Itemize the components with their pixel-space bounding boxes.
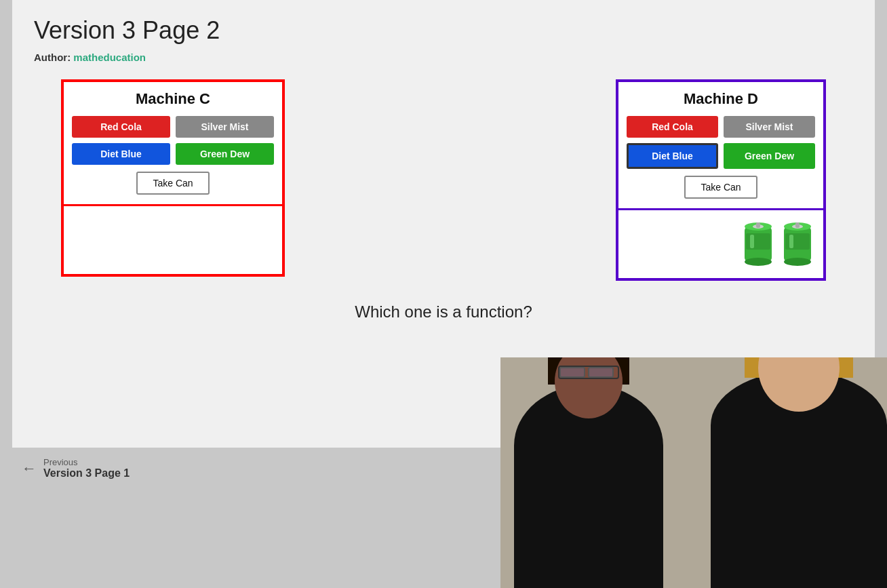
prev-page-label: Version 3 Page 1 [43,467,130,479]
machine-d-box: Machine D Red Cola Silver Mist Diet Blue… [616,79,826,281]
prev-nav-labels: Previous Version 3 Page 1 [43,457,130,479]
person-right-head [758,357,840,412]
machine-d-take-can-button[interactable]: Take Can [684,176,757,199]
machine-d-red-cola-button[interactable]: Red Cola [627,116,718,138]
machine-c-bottom [64,206,282,274]
svg-rect-13 [795,222,800,228]
machine-c-take-can-wrapper: Take Can [72,172,274,195]
machine-d-take-can-wrapper: Take Can [627,176,815,199]
machine-d-wrapper: Machine D Red Cola Silver Mist Diet Blue… [616,79,826,281]
machine-c-wrapper: Machine C Red Cola Silver Mist Diet Blue… [61,79,285,277]
machine-d-silver-mist-button[interactable]: Silver Mist [724,116,815,138]
svg-rect-11 [789,235,793,248]
svg-point-2 [745,258,772,266]
author-name: matheducation [73,52,146,63]
machine-c-button-grid: Red Cola Silver Mist Diet Blue Green Dew [72,116,274,165]
machine-d-button-grid: Red Cola Silver Mist Diet Blue Green Dew [627,116,815,169]
prev-nav[interactable]: ← Previous Version 3 Page 1 [22,457,130,479]
prev-label: Previous [43,457,130,467]
person-left-glasses [558,366,619,379]
machine-c-silver-mist-button[interactable]: Silver Mist [176,116,274,138]
svg-rect-10 [785,233,810,250]
person-left-body [514,385,663,588]
machine-c-take-can-button[interactable]: Take Can [136,172,209,195]
can-1-icon [741,221,776,267]
machine-c-title: Machine C [72,90,274,108]
svg-rect-4 [750,235,754,248]
prev-arrow-icon: ← [22,460,37,477]
svg-rect-6 [756,222,760,228]
machine-c-red-cola-button[interactable]: Red Cola [72,116,170,138]
machine-c-green-dew-button[interactable]: Green Dew [176,143,274,165]
page-title: Version 3 Page 2 [34,16,853,45]
webcam-overlay [500,357,887,588]
person-right-body [711,371,887,588]
machine-d-green-dew-button[interactable]: Green Dew [724,143,815,169]
svg-point-9 [784,258,811,266]
machine-c-top: Machine C Red Cola Silver Mist Diet Blue… [64,82,282,206]
webcam-content [500,357,887,588]
webcam-bg [500,357,887,588]
machine-d-top: Machine D Red Cola Silver Mist Diet Blue… [618,82,823,210]
machine-c-box: Machine C Red Cola Silver Mist Diet Blue… [61,79,285,277]
machine-c-diet-blue-button[interactable]: Diet Blue [72,143,170,165]
machines-row: Machine C Red Cola Silver Mist Diet Blue… [34,79,853,281]
author-line: Author: matheducation [34,52,853,63]
svg-rect-3 [746,233,770,250]
machine-d-title: Machine D [627,90,815,108]
machine-d-diet-blue-button[interactable]: Diet Blue [627,143,718,169]
question-text: Which one is a function? [34,302,853,321]
author-label: Author: [34,52,71,63]
can-2-icon [780,221,815,267]
machine-d-bottom [618,210,823,278]
